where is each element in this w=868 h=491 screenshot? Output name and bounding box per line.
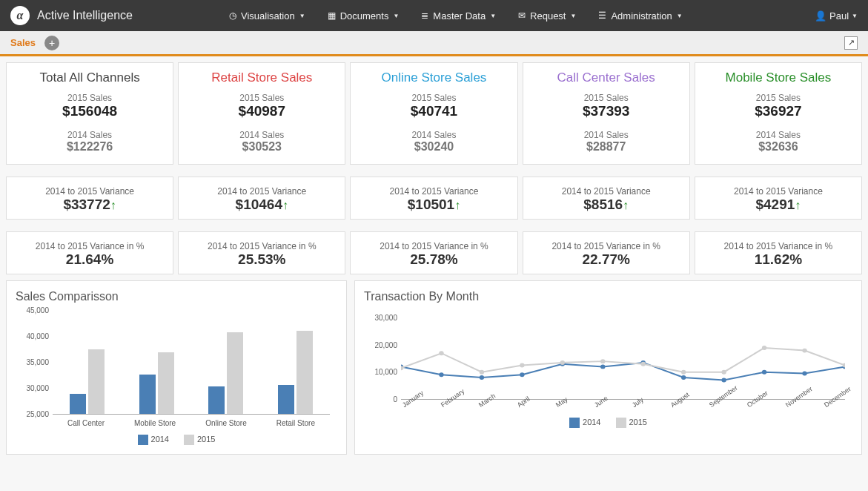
caret-down-icon: ▼ — [852, 13, 858, 19]
variance-value: $10501↑ — [355, 197, 512, 213]
variance-card: 2014 to 2015 Variance$10501↑ — [350, 177, 517, 220]
tab-sales[interactable]: Sales — [10, 37, 36, 48]
svg-point-18 — [641, 362, 646, 366]
chart-transaction-by-month: Transaction By Month 010,00020,00030,000… — [354, 280, 862, 455]
bar — [88, 349, 105, 414]
variance-value: $8516↑ — [528, 197, 685, 213]
svg-point-8 — [721, 378, 726, 383]
kpi-card: Call Center Sales2015 Sales$373932014 Sa… — [523, 62, 690, 165]
kpi-card: Retail Store Sales2015 Sales$409872014 S… — [178, 62, 345, 165]
caret-down-icon: ▼ — [393, 13, 399, 19]
prev-metric-value: $32636 — [700, 140, 857, 154]
bar-group — [273, 331, 317, 414]
prev-metric-value: $28877 — [528, 140, 685, 154]
variance-value: $33772↑ — [11, 197, 168, 213]
nav-item-administration[interactable]: ☰Administration▼ — [598, 10, 682, 22]
nav-icon: ▦ — [328, 10, 336, 21]
svg-point-9 — [762, 370, 766, 375]
svg-point-7 — [681, 375, 686, 380]
svg-point-15 — [520, 363, 524, 368]
caret-down-icon: ▼ — [299, 13, 305, 19]
nav-item-documents[interactable]: ▦Documents▼ — [328, 10, 400, 22]
bar — [139, 375, 156, 414]
metric-label: 2015 Sales — [183, 93, 340, 103]
arrow-up-icon: ↑ — [623, 199, 629, 211]
svg-point-22 — [802, 349, 806, 353]
kpi-row-variance: 2014 to 2015 Variance$33772↑2014 to 2015… — [0, 171, 868, 225]
caret-down-icon: ▼ — [570, 13, 576, 19]
add-tab-button[interactable]: + — [44, 36, 59, 50]
variance-pct-value: 21.64% — [11, 251, 168, 268]
prev-metric-label: 2014 Sales — [11, 130, 168, 140]
nav-item-visualisation[interactable]: ◷Visualisation▼ — [229, 10, 305, 22]
nav-item-master-data[interactable]: ≣Master Data▼ — [421, 10, 496, 22]
expand-button[interactable]: ↗ — [844, 36, 858, 50]
variance-pct-card: 2014 to 2015 Variance in %25.53% — [178, 231, 345, 274]
bar-group — [65, 349, 110, 414]
card-title: Retail Store Sales — [183, 70, 340, 85]
arrow-up-icon: ↑ — [110, 199, 116, 211]
user-menu[interactable]: 👤 Paul ▼ — [815, 10, 858, 22]
metric-value: $156048 — [11, 103, 168, 119]
svg-point-1 — [439, 372, 443, 377]
kpi-card: Mobile Store Sales2015 Sales$369272014 S… — [695, 62, 862, 165]
prev-metric-value: $30523 — [183, 140, 340, 154]
svg-point-16 — [560, 360, 565, 365]
metric-label: 2015 Sales — [355, 93, 512, 103]
svg-point-5 — [600, 364, 605, 369]
variance-card: 2014 to 2015 Variance$8516↑ — [523, 177, 690, 220]
kpi-row-variance-pct: 2014 to 2015 Variance in %21.64%2014 to … — [0, 225, 868, 280]
svg-point-20 — [721, 370, 726, 375]
prev-metric-label: 2014 Sales — [183, 130, 340, 140]
variance-pct-card: 2014 to 2015 Variance in %22.77% — [523, 231, 690, 274]
user-icon: 👤 — [815, 10, 826, 22]
bar — [158, 352, 174, 414]
nav: ◷Visualisation▼▦Documents▼≣Master Data▼✉… — [229, 10, 683, 22]
prev-metric-label: 2014 Sales — [355, 130, 512, 140]
variance-value: $10464↑ — [183, 197, 340, 213]
svg-point-13 — [439, 351, 443, 355]
variance-pct-card: 2014 to 2015 Variance in %11.62% — [695, 231, 862, 274]
metric-value: $36927 — [700, 103, 857, 119]
nav-icon: ≣ — [421, 10, 428, 21]
nav-item-request[interactable]: ✉Request▼ — [518, 10, 576, 22]
variance-label: 2014 to 2015 Variance — [183, 186, 340, 197]
nav-icon: ✉ — [518, 10, 526, 21]
subbar: Sales + ↗ — [0, 31, 868, 56]
svg-point-21 — [762, 346, 766, 350]
variance-card: 2014 to 2015 Variance$10464↑ — [178, 177, 345, 220]
variance-label: 2014 to 2015 Variance — [11, 186, 168, 197]
bar-group — [204, 332, 248, 414]
prev-metric-value: $122276 — [11, 140, 168, 154]
variance-pct-value: 25.78% — [355, 251, 512, 268]
metric-value: $40987 — [183, 103, 340, 119]
chart-title: Transaction By Month — [364, 290, 852, 303]
variance-pct-label: 2014 to 2015 Variance in % — [528, 241, 685, 251]
arrow-up-icon: ↑ — [454, 199, 460, 211]
svg-point-10 — [802, 372, 806, 376]
variance-pct-value: 11.62% — [700, 251, 857, 268]
bar-chart-area: 25,00030,00035,00040,00045,000 — [53, 311, 330, 415]
chart-title: Sales Comparisson — [16, 290, 337, 303]
chart-legend: 2014 2015 — [364, 418, 852, 428]
metric-label: 2015 Sales — [528, 93, 685, 103]
variance-pct-card: 2014 to 2015 Variance in %21.64% — [6, 231, 173, 274]
kpi-card: Online Store Sales2015 Sales$407412014 S… — [350, 62, 517, 165]
legend-item-2014: 2014 — [138, 435, 169, 445]
svg-point-2 — [480, 375, 484, 380]
metric-label: 2015 Sales — [700, 93, 857, 103]
svg-point-17 — [600, 359, 605, 363]
legend-item-2014: 2014 — [569, 418, 600, 428]
svg-point-19 — [681, 370, 686, 375]
arrow-up-icon: ↑ — [795, 199, 801, 211]
bar — [208, 386, 225, 414]
card-title: Online Store Sales — [355, 70, 512, 85]
variance-label: 2014 to 2015 Variance — [700, 186, 857, 197]
variance-pct-label: 2014 to 2015 Variance in % — [11, 241, 168, 251]
chart-legend: 2014 2015 — [16, 435, 337, 445]
variance-pct-card: 2014 to 2015 Variance in %25.78% — [350, 231, 517, 274]
caret-down-icon: ▼ — [677, 13, 683, 19]
kpi-row-main: Total All Channels2015 Sales$1560482014 … — [0, 56, 868, 171]
kpi-card: Total All Channels2015 Sales$1560482014 … — [6, 62, 173, 165]
variance-pct-value: 25.53% — [183, 251, 340, 268]
